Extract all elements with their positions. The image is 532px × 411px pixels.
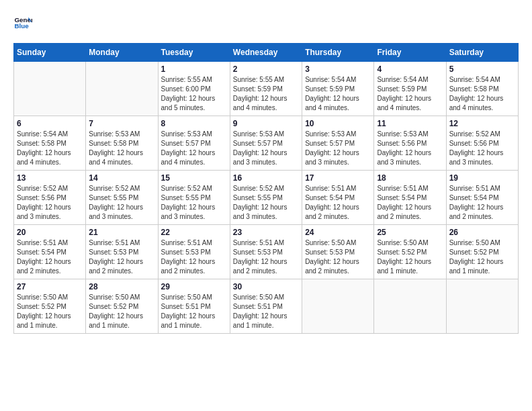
calendar-cell: 17Sunrise: 5:51 AM Sunset: 5:54 PM Dayli… [302,171,374,225]
day-info: Sunrise: 5:50 AM Sunset: 5:52 PM Dayligh… [17,293,83,330]
calendar-cell: 8Sunrise: 5:53 AM Sunset: 5:57 PM Daylig… [158,116,230,171]
day-number: 3 [305,64,371,74]
calendar-week-row: 13Sunrise: 5:52 AM Sunset: 5:56 PM Dayli… [14,171,519,225]
day-info: Sunrise: 5:53 AM Sunset: 5:56 PM Dayligh… [377,130,443,167]
calendar-cell [374,279,446,334]
day-info: Sunrise: 5:50 AM Sunset: 5:51 PM Dayligh… [233,293,299,330]
day-number: 10 [305,119,371,128]
day-number: 23 [233,228,299,237]
day-info: Sunrise: 5:51 AM Sunset: 5:54 PM Dayligh… [449,184,515,222]
weekday-header: Saturday [446,44,518,62]
day-number: 11 [377,119,443,128]
header: General Blue [13,13,519,32]
day-info: Sunrise: 5:53 AM Sunset: 5:57 PM Dayligh… [305,130,371,167]
day-number: 4 [377,64,443,74]
day-info: Sunrise: 5:54 AM Sunset: 5:58 PM Dayligh… [449,75,515,113]
calendar-cell: 19Sunrise: 5:51 AM Sunset: 5:54 PM Dayli… [446,171,518,225]
day-info: Sunrise: 5:51 AM Sunset: 5:54 PM Dayligh… [17,238,83,276]
day-number: 26 [449,228,515,237]
day-info: Sunrise: 5:51 AM Sunset: 5:53 PM Dayligh… [89,238,154,276]
day-info: Sunrise: 5:51 AM Sunset: 5:54 PM Dayligh… [377,184,443,222]
calendar-cell: 26Sunrise: 5:50 AM Sunset: 5:52 PM Dayli… [446,225,518,279]
calendar-cell: 21Sunrise: 5:51 AM Sunset: 5:53 PM Dayli… [86,225,158,279]
day-info: Sunrise: 5:50 AM Sunset: 5:52 PM Dayligh… [449,238,515,276]
calendar-header-row: SundayMondayTuesdayWednesdayThursdayFrid… [14,44,519,62]
day-number: 27 [17,282,83,291]
day-info: Sunrise: 5:52 AM Sunset: 5:56 PM Dayligh… [17,184,83,222]
calendar-cell [14,62,86,116]
day-number: 20 [17,228,83,237]
weekday-header: Tuesday [158,44,230,62]
day-info: Sunrise: 5:52 AM Sunset: 5:56 PM Dayligh… [449,130,515,167]
day-number: 29 [161,282,227,291]
weekday-header: Sunday [14,44,86,62]
calendar-week-row: 20Sunrise: 5:51 AM Sunset: 5:54 PM Dayli… [14,225,519,279]
day-info: Sunrise: 5:53 AM Sunset: 5:58 PM Dayligh… [89,130,154,167]
calendar-cell: 18Sunrise: 5:51 AM Sunset: 5:54 PM Dayli… [374,171,446,225]
day-number: 7 [89,119,154,128]
day-number: 8 [161,119,227,128]
logo: General Blue [13,13,35,32]
day-number: 18 [377,173,443,183]
day-info: Sunrise: 5:53 AM Sunset: 5:57 PM Dayligh… [161,130,227,167]
weekday-header: Friday [374,44,446,62]
calendar-cell [302,279,374,334]
calendar-week-row: 1Sunrise: 5:55 AM Sunset: 6:00 PM Daylig… [14,62,519,116]
day-info: Sunrise: 5:55 AM Sunset: 6:00 PM Dayligh… [161,75,227,113]
calendar-cell: 1Sunrise: 5:55 AM Sunset: 6:00 PM Daylig… [158,62,230,116]
day-number: 16 [233,173,299,183]
day-info: Sunrise: 5:51 AM Sunset: 5:53 PM Dayligh… [161,238,227,276]
day-info: Sunrise: 5:51 AM Sunset: 5:54 PM Dayligh… [305,184,371,222]
calendar: SundayMondayTuesdayWednesdayThursdayFrid… [13,43,519,334]
calendar-cell: 7Sunrise: 5:53 AM Sunset: 5:58 PM Daylig… [86,116,158,171]
day-number: 30 [233,282,299,291]
weekday-header: Thursday [302,44,374,62]
day-info: Sunrise: 5:52 AM Sunset: 5:55 PM Dayligh… [233,184,299,222]
day-info: Sunrise: 5:50 AM Sunset: 5:52 PM Dayligh… [89,293,154,330]
calendar-cell: 24Sunrise: 5:50 AM Sunset: 5:53 PM Dayli… [302,225,374,279]
calendar-cell: 4Sunrise: 5:54 AM Sunset: 5:59 PM Daylig… [374,62,446,116]
weekday-header: Monday [86,44,158,62]
day-number: 6 [17,119,83,128]
svg-text:Blue: Blue [14,22,29,30]
day-info: Sunrise: 5:50 AM Sunset: 5:51 PM Dayligh… [161,293,227,330]
calendar-cell [86,62,158,116]
calendar-cell: 11Sunrise: 5:53 AM Sunset: 5:56 PM Dayli… [374,116,446,171]
calendar-cell: 15Sunrise: 5:52 AM Sunset: 5:55 PM Dayli… [158,171,230,225]
calendar-cell: 23Sunrise: 5:51 AM Sunset: 5:53 PM Dayli… [230,225,302,279]
day-number: 14 [89,173,154,183]
day-info: Sunrise: 5:54 AM Sunset: 5:58 PM Dayligh… [17,130,83,167]
day-info: Sunrise: 5:50 AM Sunset: 5:53 PM Dayligh… [305,238,371,276]
day-number: 5 [449,64,515,74]
calendar-cell: 13Sunrise: 5:52 AM Sunset: 5:56 PM Dayli… [14,171,86,225]
calendar-cell: 29Sunrise: 5:50 AM Sunset: 5:51 PM Dayli… [158,279,230,334]
day-number: 19 [449,173,515,183]
calendar-cell: 30Sunrise: 5:50 AM Sunset: 5:51 PM Dayli… [230,279,302,334]
day-number: 12 [449,119,515,128]
day-info: Sunrise: 5:53 AM Sunset: 5:57 PM Dayligh… [233,130,299,167]
calendar-cell: 20Sunrise: 5:51 AM Sunset: 5:54 PM Dayli… [14,225,86,279]
day-number: 13 [17,173,83,183]
calendar-cell: 12Sunrise: 5:52 AM Sunset: 5:56 PM Dayli… [446,116,518,171]
day-info: Sunrise: 5:51 AM Sunset: 5:53 PM Dayligh… [233,238,299,276]
day-info: Sunrise: 5:52 AM Sunset: 5:55 PM Dayligh… [89,184,154,222]
day-number: 2 [233,64,299,74]
weekday-header: Wednesday [230,44,302,62]
day-number: 28 [89,282,154,291]
calendar-cell: 5Sunrise: 5:54 AM Sunset: 5:58 PM Daylig… [446,62,518,116]
day-info: Sunrise: 5:50 AM Sunset: 5:52 PM Dayligh… [377,238,443,276]
logo-icon: General Blue [13,13,32,32]
day-number: 24 [305,228,371,237]
day-info: Sunrise: 5:55 AM Sunset: 5:59 PM Dayligh… [233,75,299,113]
day-number: 17 [305,173,371,183]
calendar-cell: 6Sunrise: 5:54 AM Sunset: 5:58 PM Daylig… [14,116,86,171]
calendar-cell: 3Sunrise: 5:54 AM Sunset: 5:59 PM Daylig… [302,62,374,116]
calendar-cell [446,279,518,334]
day-info: Sunrise: 5:54 AM Sunset: 5:59 PM Dayligh… [377,75,443,113]
calendar-cell: 9Sunrise: 5:53 AM Sunset: 5:57 PM Daylig… [230,116,302,171]
calendar-week-row: 27Sunrise: 5:50 AM Sunset: 5:52 PM Dayli… [14,279,519,334]
calendar-cell: 22Sunrise: 5:51 AM Sunset: 5:53 PM Dayli… [158,225,230,279]
calendar-cell: 27Sunrise: 5:50 AM Sunset: 5:52 PM Dayli… [14,279,86,334]
day-number: 1 [161,64,227,74]
calendar-cell: 25Sunrise: 5:50 AM Sunset: 5:52 PM Dayli… [374,225,446,279]
